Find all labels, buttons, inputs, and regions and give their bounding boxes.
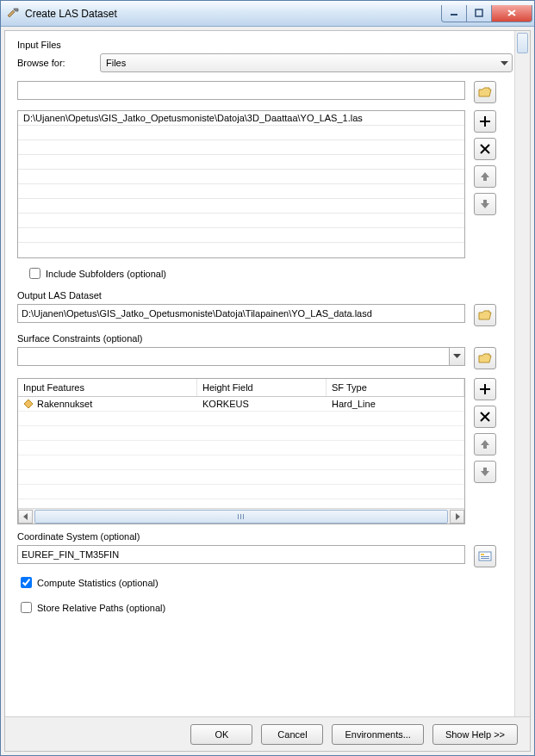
list-item[interactable] bbox=[18, 214, 464, 228]
table-body: Rakennukset KORKEUS Hard_Line bbox=[18, 397, 464, 508]
add-file-button[interactable] bbox=[474, 110, 496, 133]
table-row[interactable] bbox=[18, 426, 464, 441]
maximize-icon bbox=[475, 9, 483, 17]
folder-open-icon bbox=[478, 86, 492, 98]
show-help-button[interactable]: Show Help >> bbox=[432, 724, 518, 745]
chevron-down-icon bbox=[501, 58, 508, 68]
browse-input-button[interactable] bbox=[474, 81, 496, 103]
table-row[interactable] bbox=[18, 455, 464, 470]
vertical-scroll-thumb[interactable] bbox=[517, 33, 528, 53]
surface-combo-arrow[interactable] bbox=[450, 347, 465, 366]
ok-button[interactable]: OK bbox=[190, 724, 252, 745]
client-area: Input Files Browse for: Files bbox=[4, 30, 531, 752]
move-up-button[interactable] bbox=[474, 165, 496, 188]
plus-icon bbox=[479, 383, 491, 395]
surface-combo-input[interactable] bbox=[17, 347, 450, 366]
scroll-track[interactable] bbox=[33, 510, 450, 524]
list-item[interactable] bbox=[18, 126, 464, 140]
grip-icon bbox=[238, 513, 246, 520]
arrow-down-icon bbox=[480, 199, 490, 209]
browse-for-dropdown[interactable]: Files bbox=[100, 53, 513, 72]
table-row[interactable] bbox=[18, 412, 464, 426]
folder-open-icon bbox=[478, 352, 492, 364]
store-paths-label: Store Relative Paths (optional) bbox=[37, 603, 165, 613]
list-item[interactable] bbox=[18, 170, 464, 184]
input-files-list[interactable]: D:\Ujanen\Opetus\GIS_Jatko_Opetusmoniste… bbox=[17, 110, 465, 258]
feature-class-icon bbox=[23, 399, 34, 409]
include-subfolders-row: Include Subfolders (optional) bbox=[26, 265, 513, 282]
list-item[interactable] bbox=[18, 155, 464, 170]
surface-table-row: Input Features Height Field SF Type Rake… bbox=[17, 378, 513, 524]
maximize-button[interactable] bbox=[466, 5, 492, 22]
scroll-left-button[interactable] bbox=[18, 510, 33, 524]
table-row[interactable]: Rakennukset KORKEUS Hard_Line bbox=[18, 397, 464, 412]
form-area: Input Files Browse for: Files bbox=[5, 31, 530, 716]
plus-icon bbox=[479, 115, 491, 127]
list-item[interactable] bbox=[18, 243, 464, 257]
browse-output-button[interactable] bbox=[474, 304, 496, 326]
list-item[interactable] bbox=[18, 140, 464, 155]
col-height-field: Height Field bbox=[197, 379, 327, 396]
output-label: Output LAS Dataset bbox=[17, 290, 513, 301]
include-subfolders-checkbox[interactable] bbox=[29, 268, 40, 279]
browse-for-label: Browse for: bbox=[17, 58, 100, 68]
compute-stats-label: Compute Statistics (optional) bbox=[37, 578, 159, 588]
surface-table[interactable]: Input Features Height Field SF Type Rake… bbox=[17, 378, 465, 524]
arrow-up-icon bbox=[480, 439, 490, 449]
scroll-thumb[interactable] bbox=[34, 510, 448, 524]
coord-row bbox=[17, 545, 513, 567]
close-button[interactable] bbox=[491, 5, 532, 22]
surface-combo-row bbox=[17, 347, 513, 369]
x-icon bbox=[480, 412, 490, 422]
move-constraint-down-button[interactable] bbox=[474, 461, 496, 483]
chevron-down-icon bbox=[453, 354, 461, 359]
environments-button[interactable]: Environments... bbox=[332, 724, 423, 745]
table-row[interactable] bbox=[18, 470, 464, 485]
triangle-left-icon bbox=[23, 513, 28, 520]
coord-label: Coordinate System (optional) bbox=[17, 531, 513, 542]
compute-stats-checkbox[interactable] bbox=[21, 577, 32, 588]
cell-height: KORKEUS bbox=[197, 397, 327, 411]
list-item[interactable] bbox=[18, 184, 464, 199]
properties-icon bbox=[478, 550, 492, 562]
surface-combo[interactable] bbox=[17, 347, 465, 366]
move-constraint-up-button[interactable] bbox=[474, 433, 496, 455]
store-paths-checkbox[interactable] bbox=[21, 602, 32, 613]
minimize-button[interactable] bbox=[441, 5, 467, 22]
svg-rect-9 bbox=[481, 556, 489, 557]
x-icon bbox=[480, 144, 490, 154]
minimize-icon bbox=[450, 9, 458, 17]
vertical-scrollbar[interactable] bbox=[514, 31, 530, 716]
remove-file-button[interactable] bbox=[474, 138, 496, 160]
input-path-field[interactable] bbox=[17, 81, 465, 100]
table-row[interactable] bbox=[18, 441, 464, 455]
remove-constraint-button[interactable] bbox=[474, 406, 496, 428]
list-item[interactable]: D:\Ujanen\Opetus\GIS_Jatko_Opetusmoniste… bbox=[18, 111, 464, 126]
col-sf-type: SF Type bbox=[327, 379, 464, 396]
cancel-button[interactable]: Cancel bbox=[261, 724, 323, 745]
scroll-right-button[interactable] bbox=[450, 510, 464, 524]
folder-open-icon bbox=[478, 309, 492, 321]
list-item[interactable] bbox=[18, 228, 464, 243]
arrow-up-icon bbox=[480, 171, 490, 182]
add-constraint-button[interactable] bbox=[474, 378, 496, 400]
browse-surface-button[interactable] bbox=[474, 347, 496, 369]
horizontal-scrollbar[interactable] bbox=[18, 508, 464, 524]
titlebar[interactable]: Create LAS Dataset bbox=[1, 1, 534, 27]
browse-for-row: Browse for: Files bbox=[17, 53, 513, 72]
table-header: Input Features Height Field SF Type bbox=[18, 379, 464, 397]
table-row[interactable] bbox=[18, 485, 464, 499]
output-path-field[interactable] bbox=[17, 304, 465, 323]
cell-sftype: Hard_Line bbox=[327, 397, 464, 411]
coord-system-button[interactable] bbox=[474, 545, 496, 567]
list-item[interactable] bbox=[18, 199, 464, 214]
col-input-features: Input Features bbox=[18, 379, 197, 396]
svg-rect-0 bbox=[451, 14, 457, 15]
input-files-label: Input Files bbox=[17, 40, 513, 50]
window-title: Create LAS Dataset bbox=[25, 8, 442, 20]
coord-system-field[interactable] bbox=[17, 545, 465, 564]
hammer-icon bbox=[6, 7, 20, 21]
move-down-button[interactable] bbox=[474, 193, 496, 215]
svg-rect-1 bbox=[476, 9, 482, 16]
surface-label: Surface Constraints (optional) bbox=[17, 333, 513, 344]
